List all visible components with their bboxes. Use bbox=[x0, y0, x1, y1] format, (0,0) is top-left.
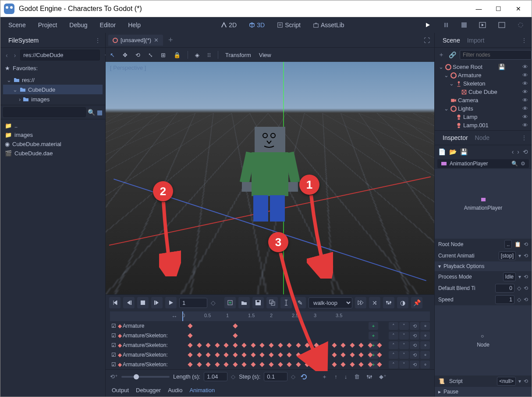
workspace-assetlib-button[interactable]: AssetLib bbox=[310, 20, 347, 30]
object-settings-icon[interactable]: ⚙ bbox=[521, 161, 525, 167]
anim-save-button[interactable] bbox=[252, 297, 264, 308]
window-maximize-button[interactable]: ☐ bbox=[489, 2, 508, 15]
scene-tree-item[interactable]: Cube Dube👁 bbox=[436, 88, 530, 96]
zoom-slider[interactable] bbox=[121, 376, 170, 378]
save-scene-icon[interactable]: 💾 bbox=[497, 64, 506, 70]
file-item[interactable]: 📁.. bbox=[4, 121, 102, 130]
pause-header[interactable]: ▸ Pause bbox=[435, 387, 532, 397]
menu-editor[interactable]: Editor bbox=[97, 20, 119, 30]
inspector-tab[interactable]: Inspector bbox=[439, 132, 472, 143]
save-resource-icon[interactable]: 💾 bbox=[460, 148, 468, 155]
workspace-script-button[interactable]: Script bbox=[274, 20, 303, 30]
anim-onion-button[interactable]: ◑ bbox=[397, 297, 408, 308]
file-item[interactable]: 📁images bbox=[4, 130, 102, 139]
anim-blend-button[interactable]: ⤨ bbox=[369, 297, 380, 308]
track-settings-button[interactable] bbox=[365, 373, 374, 380]
animation-track[interactable]: ☑◆Armature/Skeleton:+˄˅⟲⚬ bbox=[110, 340, 430, 350]
file-list[interactable]: 📁..📁images◉CubeDube.material🎬CubeDude.da… bbox=[0, 119, 105, 397]
play-scene-button[interactable] bbox=[476, 20, 489, 30]
close-tab-icon[interactable]: ✕ bbox=[154, 37, 159, 43]
scene-dock-tab[interactable]: Scene bbox=[439, 35, 464, 46]
blend-time-value[interactable]: 0 bbox=[495, 284, 514, 293]
anim-new-button[interactable] bbox=[224, 297, 236, 308]
animation-track[interactable]: ☑◆Armature+˄˅⟲⚬ bbox=[110, 321, 430, 331]
window-minimize-button[interactable]: — bbox=[469, 2, 489, 15]
folder-tree-item[interactable]: ⌄res:// bbox=[3, 75, 103, 85]
visibility-icon[interactable]: 👁 bbox=[521, 89, 529, 95]
anim-frame-input[interactable] bbox=[179, 298, 207, 308]
menu-project[interactable]: Project bbox=[35, 20, 60, 30]
animation-track[interactable]: ☑◆Armature/Skeleton:+˄˅⟲⚬ bbox=[110, 360, 430, 369]
anim-autoplay-button[interactable] bbox=[355, 297, 366, 308]
node-tab[interactable]: Node bbox=[472, 132, 493, 143]
visibility-icon[interactable]: 👁 bbox=[521, 114, 529, 120]
filesystem-search-input[interactable] bbox=[3, 107, 86, 117]
history-fwd-icon[interactable]: › bbox=[517, 148, 519, 155]
playback-header[interactable]: ▾ Playback Options bbox=[435, 261, 532, 271]
zoom-reset-icon[interactable]: ⟲⁺ bbox=[110, 373, 118, 380]
anim-stop-button[interactable] bbox=[137, 297, 149, 308]
revert-icon[interactable]: ⟲ bbox=[524, 241, 528, 247]
add-node-button[interactable]: ＋ bbox=[437, 50, 445, 60]
dropdown-icon[interactable]: ▾ bbox=[518, 253, 521, 259]
snap-tool-icon[interactable]: ⊞ bbox=[159, 51, 167, 59]
animation-tracks[interactable]: ☑◆Armature+˄˅⟲⚬☑◆Armature/Skeleton:+˄˅⟲⚬… bbox=[110, 321, 430, 369]
3d-viewport[interactable]: [ Perspective ] bbox=[106, 62, 434, 294]
transform-menu[interactable]: Transform bbox=[223, 51, 253, 59]
animation-track[interactable]: ☑◆Armature/Skeleton:+˄˅⟲⚬ bbox=[110, 350, 430, 360]
script-value[interactable]: <null> bbox=[497, 377, 516, 386]
revert-icon[interactable]: ⟲ bbox=[524, 253, 528, 259]
play-custom-scene-button[interactable] bbox=[496, 20, 508, 30]
settings-tool-icon[interactable]: ⁝⁝ bbox=[206, 51, 213, 59]
object-search-icon[interactable]: 🔍 bbox=[511, 161, 518, 167]
speed-value[interactable]: 1 bbox=[495, 295, 514, 304]
loop-button[interactable] bbox=[299, 372, 309, 381]
folder-tree[interactable]: ⌄res://⌄CubeDude›images bbox=[0, 74, 105, 105]
menu-scene[interactable]: Scene bbox=[6, 20, 28, 30]
visibility-icon[interactable]: 👁 bbox=[521, 64, 529, 70]
visibility-icon[interactable]: 👁 bbox=[521, 105, 529, 112]
animation-ruler[interactable]: ↔ 00.511.522.533.5 bbox=[110, 311, 430, 321]
anim-play-button[interactable] bbox=[165, 297, 177, 308]
rotate-tool-icon[interactable]: ⟲ bbox=[134, 51, 142, 59]
new-resource-icon[interactable]: 📄 bbox=[438, 148, 446, 155]
debugger-tab[interactable]: Debugger bbox=[136, 387, 161, 393]
file-item[interactable]: 🎬CubeDude.dae bbox=[4, 149, 102, 158]
anim-tool-button[interactable] bbox=[383, 297, 394, 308]
scene-tree-item[interactable]: ⌄Armature👁 bbox=[436, 71, 530, 79]
animation-track[interactable]: ☑◆Armature/Skeleton:+˄˅⟲⚬ bbox=[110, 331, 430, 340]
cleanup-button[interactable]: ◆⁺ bbox=[377, 372, 388, 381]
play-project-button[interactable] bbox=[422, 20, 433, 30]
scene-tab[interactable]: [unsaved](*) ✕ bbox=[108, 35, 163, 46]
add-track-button[interactable]: ＋ bbox=[320, 372, 329, 382]
open-resource-icon[interactable]: 📂 bbox=[449, 148, 457, 155]
move-down-button[interactable]: ↓ bbox=[343, 372, 349, 381]
anim-step-back-button[interactable] bbox=[123, 297, 135, 308]
animation-tab[interactable]: Animation bbox=[189, 387, 215, 393]
node-header[interactable]: ○Node bbox=[435, 305, 532, 376]
anim-load-button[interactable] bbox=[238, 297, 250, 308]
delete-track-button[interactable]: 🗑 bbox=[352, 372, 362, 381]
history-back-icon[interactable]: ‹ bbox=[512, 148, 514, 155]
anim-rewind-button[interactable] bbox=[109, 297, 121, 308]
path-input[interactable] bbox=[20, 50, 100, 61]
root-node-value[interactable]: .. bbox=[504, 240, 512, 249]
view-menu[interactable]: View bbox=[257, 51, 273, 59]
step-input[interactable] bbox=[264, 372, 287, 381]
visibility-icon[interactable]: 👁 bbox=[521, 80, 529, 87]
scene-tree[interactable]: ⌄Scene Root💾👁⌄Armature👁⌄Skeleton👁Cube Du… bbox=[435, 62, 532, 130]
scale-tool-icon[interactable]: ⤡ bbox=[146, 51, 155, 59]
pause-project-button[interactable] bbox=[440, 20, 452, 30]
cube-tool-icon[interactable]: ◈ bbox=[193, 51, 201, 59]
path-forward-button[interactable]: › bbox=[12, 51, 18, 60]
anim-pin-button[interactable]: 📌 bbox=[411, 297, 422, 308]
anim-step-fwd-button[interactable] bbox=[151, 297, 163, 308]
scene-tree-item[interactable]: Lamp.001👁 bbox=[436, 121, 530, 129]
filesystem-menu-icon[interactable]: ⋮ bbox=[95, 37, 101, 44]
instance-scene-button[interactable]: 🔗 bbox=[448, 50, 457, 59]
length-input[interactable] bbox=[204, 372, 227, 381]
scene-tree-item[interactable]: ⌄Skeleton👁 bbox=[436, 79, 530, 88]
visibility-icon[interactable]: 👁 bbox=[521, 72, 529, 79]
lock-tool-icon[interactable]: 🔒 bbox=[172, 51, 182, 59]
assign-icon[interactable]: 📋 bbox=[514, 241, 521, 247]
